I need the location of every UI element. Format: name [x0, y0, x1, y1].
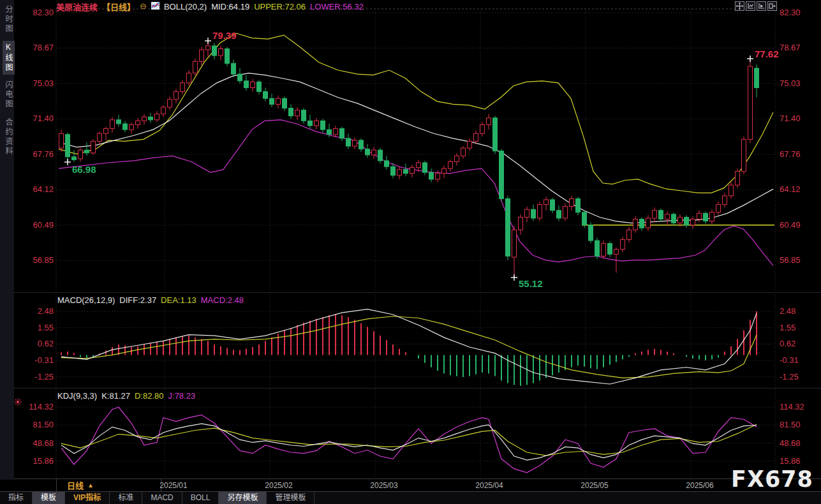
svg-text:71.40: 71.40	[780, 114, 801, 123]
pan-icon[interactable]	[735, 1, 744, 11]
svg-text:56.85: 56.85	[780, 255, 801, 265]
svg-text:-0.31: -0.31	[34, 355, 54, 365]
svg-text:81.50: 81.50	[780, 420, 801, 429]
kdj-settings-icon[interactable]	[14, 397, 22, 408]
kdj-j-value: J:78.23	[168, 391, 196, 401]
trading-app-window: 82.3082.3078.6778.6775.0375.0371.4071.40…	[0, 0, 821, 504]
svg-text:64.12: 64.12	[33, 184, 54, 194]
macd-diff-value: DIFF:2.37	[119, 295, 156, 305]
svg-text:67.76: 67.76	[33, 149, 54, 159]
symbol-title: 美原油连续	[56, 1, 98, 13]
svg-text:79.39: 79.39	[212, 30, 237, 41]
svg-text:2.48: 2.48	[38, 306, 54, 316]
tab-vip-indicators[interactable]: VIP指标	[65, 492, 110, 504]
svg-text:64.12: 64.12	[780, 184, 801, 194]
svg-text:114.32: 114.32	[29, 402, 54, 411]
x-axis-label: 2025/06	[679, 481, 720, 490]
boll-param-label: BOLL(20,2)	[164, 2, 207, 11]
boll-mid-value: MID:64.19	[211, 2, 249, 11]
macd-pane-header: MACD(26,12,9) DIFF:2.37 DEA:1.13 MACD:2.…	[57, 295, 244, 305]
x-axis-label: 2025/04	[469, 481, 510, 490]
svg-text:15.86: 15.86	[780, 456, 801, 466]
x-axis-row: 日线 ▲ 2025/012025/022025/032025/042025/05…	[0, 478, 821, 492]
x-axis-label: 2025/05	[574, 481, 615, 490]
svg-text:15.86: 15.86	[33, 456, 54, 466]
svg-text:114.32: 114.32	[780, 402, 804, 411]
svg-text:75.03: 75.03	[780, 78, 801, 88]
axis-play-icon[interactable]	[757, 1, 766, 11]
bollinger-bands-layer	[59, 33, 774, 265]
svg-text:-1.25: -1.25	[780, 372, 799, 382]
svg-text:0.62: 0.62	[780, 339, 795, 348]
kdj-param-label: KDJ(9,3,3)	[57, 391, 97, 401]
x-axis-label: 2025/02	[258, 481, 299, 490]
svg-text:56.85: 56.85	[33, 255, 54, 265]
svg-text:82.30: 82.30	[780, 8, 801, 17]
tab-manage-template[interactable]: 管理模板	[267, 492, 314, 504]
kdj-pane-header: KDJ(9,3,3) K:81.27 D:82.80 J:78.23	[57, 390, 195, 401]
svg-text:78.67: 78.67	[780, 43, 801, 52]
svg-text:0.62: 0.62	[38, 339, 54, 348]
period-selector-label: 日线	[57, 479, 84, 491]
main-pane-header: 美原油连续 【日线】 ⊖ BOLL(20,2) MID:64.19 UPPER:…	[56, 1, 364, 11]
svg-text:77.62: 77.62	[755, 48, 779, 59]
svg-text:-1.25: -1.25	[34, 372, 54, 382]
kdj-k-value: K:81.27	[101, 391, 130, 401]
macd-macd-value: MACD:2.48	[201, 295, 244, 305]
svg-text:78.67: 78.67	[33, 43, 54, 52]
svg-text:48.68: 48.68	[33, 438, 54, 448]
chart-type-sidebar: 分时图 K线图 闪电图 合约资料	[0, 0, 14, 480]
tab-save-template[interactable]: 另存模板	[219, 492, 267, 504]
tab-indicators[interactable]: 指标	[0, 492, 33, 504]
tab-standard[interactable]: 标准	[110, 492, 142, 504]
tab-macd[interactable]: MACD	[142, 492, 182, 504]
chart-mini-icon[interactable]	[151, 2, 159, 11]
svg-text:1.55: 1.55	[38, 323, 54, 332]
collapse-indicator-icon[interactable]: ⊖	[140, 3, 147, 10]
svg-text:1.55: 1.55	[780, 323, 795, 332]
svg-text:60.49: 60.49	[33, 220, 54, 230]
tab-boll[interactable]: BOLL	[182, 492, 219, 504]
chart-canvas[interactable]: 82.3082.3078.6778.6775.0375.0371.4071.40…	[0, 0, 821, 480]
period-selector-arrow-icon: ▲	[84, 482, 94, 489]
macd-dea-value: DEA:1.13	[161, 295, 196, 305]
svg-text:60.49: 60.49	[780, 220, 801, 230]
svg-text:71.40: 71.40	[33, 114, 54, 123]
boll-upper-value: UPPER:72.06	[254, 2, 306, 11]
svg-text:-0.31: -0.31	[780, 355, 799, 365]
svg-text:67.76: 67.76	[780, 149, 801, 159]
sidebar-item-flash-chart[interactable]: 闪电图	[3, 78, 15, 111]
candles-layer	[59, 41, 759, 277]
kdj-d-value: D:82.80	[135, 391, 164, 401]
sidebar-item-candle-chart[interactable]: K线图	[3, 41, 15, 75]
x-axis-label: 2025/03	[364, 481, 404, 490]
tab-templates[interactable]: 模板	[33, 492, 65, 504]
axis-scale-icon[interactable]	[746, 1, 755, 11]
x-axis-label: 2025/01	[153, 481, 194, 490]
sidebar-item-contract-info[interactable]: 合约资料	[3, 116, 15, 158]
svg-text:66.98: 66.98	[72, 164, 96, 175]
sidebar-item-timeline-chart[interactable]: 分时图	[3, 3, 15, 36]
fx678-watermark: FX678	[731, 466, 813, 492]
collapse-panel-icon[interactable]	[767, 1, 777, 11]
annotations-layer: 79.3966.9855.1277.62	[64, 30, 779, 289]
svg-text:81.50: 81.50	[33, 420, 54, 429]
svg-text:48.68: 48.68	[780, 438, 801, 448]
macd-param-label: MACD(26,12,9)	[57, 295, 115, 305]
svg-text:55.12: 55.12	[519, 278, 543, 289]
boll-lower-value: LOWER:56.32	[310, 2, 364, 11]
svg-text:2.48: 2.48	[780, 306, 795, 316]
bottom-tab-bar: 指标 模板 VIP指标 标准 MACD BOLL 另存模板 管理模板	[0, 491, 821, 504]
svg-text:75.03: 75.03	[33, 78, 54, 88]
grid-layer: 82.3082.3078.6778.6775.0375.0371.4071.40…	[0, 8, 821, 477]
macd-layer	[61, 309, 757, 386]
period-selector[interactable]: 日线 ▲	[56, 479, 161, 491]
kdj-layer	[61, 407, 757, 473]
chart-toolbar	[735, 1, 777, 11]
period-label: 【日线】	[102, 1, 135, 13]
svg-text:82.30: 82.30	[33, 8, 54, 17]
